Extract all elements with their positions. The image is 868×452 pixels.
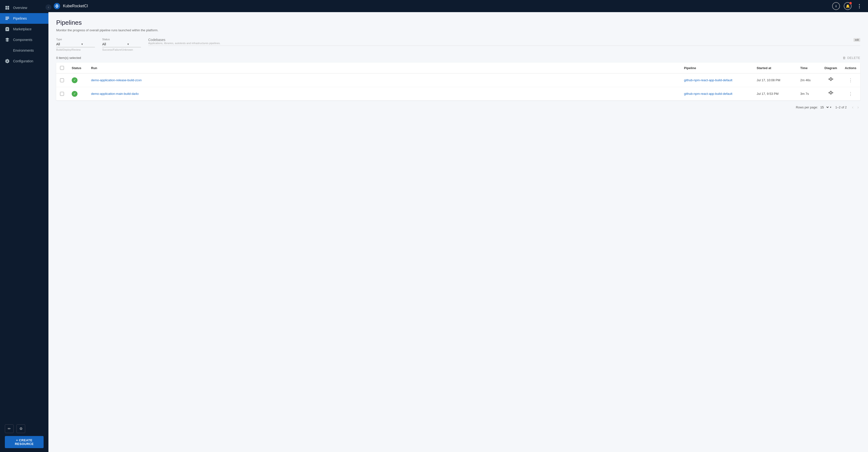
row2-checkbox-cell	[56, 87, 68, 101]
type-filter-select-wrapper: All Build Deploy Review ▾	[56, 42, 95, 47]
row1-pipeline-cell: github-npm-react-app-build-default	[680, 74, 753, 87]
row2-run-link[interactable]: demo-application-main-build-da4o	[91, 92, 139, 95]
app-logo: KubeRocketCI	[53, 2, 88, 10]
sidebar-item-marketplace[interactable]: Marketplace	[0, 24, 49, 34]
cart-icon	[5, 27, 10, 31]
rows-per-page-select[interactable]: 15 25 50 100	[819, 105, 830, 109]
rows-per-page-label: Rows per page:	[796, 106, 818, 109]
sidebar-item-overview[interactable]: Overview	[0, 2, 49, 13]
select-all-checkbox[interactable]	[60, 66, 64, 70]
row2-more-menu-icon[interactable]: ⋮	[848, 91, 853, 96]
table-body: ✓ demo-application-release-build-zcxn gi…	[56, 74, 860, 101]
previous-page-button[interactable]: ‹	[850, 104, 855, 110]
row1-diagram-icon[interactable]	[828, 78, 833, 83]
sidebar-item-environments[interactable]: Environments	[0, 45, 49, 56]
app-name: KubeRocketCI	[63, 4, 88, 8]
sidebar-item-environments-label: Environments	[13, 49, 34, 52]
row1-pipeline-link[interactable]: github-npm-react-app-build-default	[684, 78, 732, 82]
pipelines-icon	[5, 16, 10, 21]
status-filter-group: Status All Success Failure Unknown ▾ Suc…	[102, 38, 148, 51]
notification-button[interactable]: 🔔	[844, 2, 851, 10]
status-filter-select[interactable]: All Success Failure Unknown	[102, 42, 131, 46]
create-resource-button[interactable]: + CREATE RESOURCE	[5, 436, 43, 448]
svg-line-18	[830, 93, 831, 94]
codebases-filter-group: edit Applications, libraries, autotests …	[148, 38, 860, 46]
row1-diagram-cell	[820, 74, 841, 87]
page-info: 1–2 of 2	[835, 106, 847, 109]
main-wrapper: KubeRocketCI i 🔔 ⋮ Pipelines Monitor the…	[49, 0, 868, 452]
row1-started-at-cell: Jul 17, 10:08 PM	[753, 74, 796, 87]
table-header: Status Run Pipeline Started at Time Diag…	[56, 62, 860, 74]
row2-time-cell: 3m 7s	[796, 87, 820, 101]
rows-per-page-group: Rows per page: 15 25 50 100 ▾	[796, 105, 831, 109]
svg-rect-2	[6, 19, 8, 20]
type-filter-select[interactable]: All Build Deploy Review	[56, 42, 85, 46]
next-page-button[interactable]: ›	[856, 104, 860, 110]
table-toolbar: 0 item(s) selected 🗑 DELETE	[56, 56, 860, 60]
svg-rect-8	[832, 79, 833, 80]
status-filter-hint: Success/Failure/Unknown	[102, 48, 148, 51]
row2-pipeline-link[interactable]: github-npm-react-app-build-default	[684, 92, 732, 95]
bell-icon: 🔔	[846, 4, 850, 8]
environments-icon	[5, 48, 10, 53]
codebases-input[interactable]	[148, 38, 854, 42]
selected-count: 0 item(s) selected	[56, 56, 81, 60]
row1-run-link[interactable]: demo-application-release-build-zcxn	[91, 78, 142, 82]
row2-checkbox[interactable]	[60, 92, 64, 96]
started-at-column-header: Started at	[753, 62, 796, 74]
status-column-header: Status	[68, 62, 87, 74]
pipeline-table: Status Run Pipeline Started at Time Diag…	[56, 62, 860, 101]
sidebar-item-marketplace-label: Marketplace	[13, 27, 31, 31]
svg-rect-1	[6, 18, 9, 19]
type-filter-label: Type	[56, 38, 102, 41]
delete-button[interactable]: 🗑 DELETE	[843, 56, 860, 60]
codebases-filter-row: edit	[148, 38, 860, 42]
row1-checkbox[interactable]	[60, 78, 64, 82]
sidebar-item-pipelines[interactable]: Pipelines	[0, 13, 49, 24]
svg-rect-5	[829, 79, 830, 80]
svg-rect-14	[830, 91, 831, 92]
row2-status-cell: ✓	[68, 87, 87, 101]
row2-diagram-icon[interactable]	[828, 92, 833, 97]
settings-icon-button[interactable]: ⚙	[17, 424, 25, 433]
row1-actions-cell: ⋮	[841, 74, 860, 87]
row2-run-cell: demo-application-main-build-da4o	[87, 87, 680, 101]
info-button[interactable]: i	[832, 2, 840, 10]
row1-run-cell: demo-application-release-build-zcxn	[87, 74, 680, 87]
svg-rect-0	[6, 17, 9, 18]
sidebar: ‹ Overview Pipelines Marketplace	[0, 0, 49, 452]
svg-rect-16	[832, 92, 833, 93]
delete-label: DELETE	[847, 56, 860, 60]
svg-line-19	[831, 92, 832, 93]
rocket-icon	[53, 2, 61, 10]
row1-status-cell: ✓	[68, 74, 87, 87]
row1-status-success-icon: ✓	[72, 77, 78, 83]
svg-line-11	[831, 78, 832, 79]
page-subtitle: Monitor the progress of overall pipeline…	[56, 28, 860, 32]
select-all-header	[56, 62, 68, 74]
topbar: KubeRocketCI i 🔔 ⋮	[49, 0, 868, 12]
time-column-header: Time	[796, 62, 820, 74]
sidebar-item-components-label: Components	[13, 38, 32, 42]
row1-time-cell: 2m 46s	[796, 74, 820, 87]
sidebar-item-pipelines-label: Pipelines	[13, 17, 27, 20]
row2-status-success-icon: ✓	[72, 91, 78, 97]
row2-diagram-cell	[820, 87, 841, 101]
status-filter-select-wrapper: All Success Failure Unknown ▾	[102, 42, 141, 47]
run-column-header: Run	[87, 62, 680, 74]
sidebar-item-components[interactable]: Components	[0, 34, 49, 45]
sidebar-collapse-button[interactable]: ‹	[45, 4, 51, 10]
components-icon	[5, 37, 10, 42]
sidebar-item-configuration[interactable]: Configuration	[0, 56, 49, 66]
row1-more-menu-icon[interactable]: ⋮	[848, 78, 853, 83]
row2-actions-cell: ⋮	[841, 87, 860, 101]
actions-column-header: Actions	[841, 62, 860, 74]
type-filter-hint: Build/Deploy/Review	[56, 48, 102, 51]
sidebar-nav: Overview Pipelines Marketplace Component…	[0, 0, 49, 421]
page-nav: ‹ ›	[850, 104, 860, 110]
more-menu-button[interactable]: ⋮	[856, 2, 863, 10]
svg-rect-6	[830, 78, 831, 79]
edit-icon: ✏	[8, 427, 11, 431]
edit-icon-button[interactable]: ✏	[5, 424, 13, 433]
svg-rect-15	[830, 93, 831, 94]
